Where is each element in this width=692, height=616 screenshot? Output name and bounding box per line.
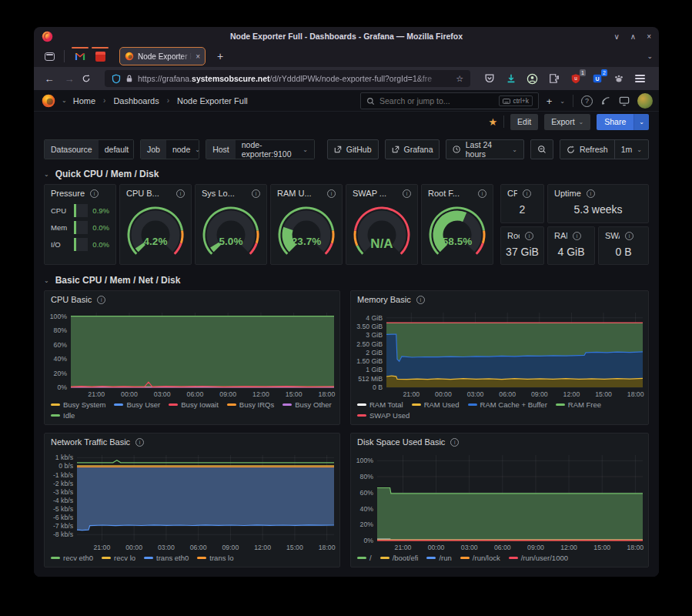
refresh-button[interactable]: Refresh xyxy=(560,140,614,159)
legend-item[interactable]: /boot/efi xyxy=(380,554,419,562)
add-button[interactable]: + xyxy=(547,95,553,107)
share-button[interactable]: Share ⌄ xyxy=(597,114,649,130)
legend-item[interactable]: recv lo xyxy=(102,554,135,562)
pocket-button[interactable] xyxy=(483,72,496,85)
bookmark-star-icon[interactable]: ☆ xyxy=(456,74,463,84)
active-tab[interactable]: Node Exporter Full - Dashbo × xyxy=(119,47,206,65)
firefox-view-button[interactable] xyxy=(40,48,59,65)
svg-text:60%: 60% xyxy=(54,341,68,349)
zoom-out-icon xyxy=(537,145,547,154)
monitor-icon[interactable] xyxy=(619,96,630,106)
pinned-tab-app[interactable] xyxy=(90,47,110,65)
share-menu-button[interactable]: ⌄ xyxy=(633,114,649,130)
legend-item[interactable]: Busy Iowait xyxy=(169,400,219,409)
info-icon[interactable]: i xyxy=(625,232,633,240)
legend-item[interactable]: Busy System xyxy=(51,400,105,409)
legend-item[interactable]: RAM Total xyxy=(357,400,403,409)
info-icon[interactable]: i xyxy=(327,189,336,198)
legend-item[interactable]: Busy Other xyxy=(282,400,332,409)
url-bar[interactable]: https://grafana.systemsobscure.net/d/rYd… xyxy=(105,70,470,87)
legend-item[interactable]: RAM Cache + Buffer xyxy=(468,400,547,409)
info-icon[interactable]: i xyxy=(90,189,99,198)
section-header-quick[interactable]: ⌄ Quick CPU / Mem / Disk xyxy=(44,164,649,184)
info-icon[interactable]: i xyxy=(176,189,185,198)
export-button[interactable]: Export⌄ xyxy=(544,114,590,130)
legend-item[interactable]: RAM Free xyxy=(556,400,601,409)
grafana-favicon xyxy=(125,52,134,61)
github-link-button[interactable]: GitHub xyxy=(327,139,379,159)
breadcrumb-dashboards[interactable]: Dashboards xyxy=(113,96,159,105)
search-box[interactable]: ctrl+k xyxy=(360,92,539,109)
tab-close-button[interactable]: × xyxy=(196,52,200,61)
svg-text:100%: 100% xyxy=(50,313,67,320)
reload-button[interactable] xyxy=(82,74,97,83)
host-select[interactable]: Host node-exporter:9100⌄ xyxy=(206,139,315,159)
legend-item[interactable]: RAM Used xyxy=(412,400,460,409)
info-icon[interactable]: i xyxy=(135,438,144,447)
legend-item[interactable]: /run xyxy=(426,554,451,562)
legend-item[interactable]: recv eth0 xyxy=(51,554,93,562)
legend-item[interactable]: Busy User xyxy=(114,400,160,409)
search-icon xyxy=(366,97,375,105)
pinned-tab-gmail[interactable] xyxy=(70,47,90,65)
tracking-shield-icon[interactable] xyxy=(112,74,121,84)
legend-item[interactable]: SWAP Used xyxy=(357,411,410,420)
edit-button[interactable]: Edit xyxy=(510,114,538,130)
info-icon[interactable]: i xyxy=(252,189,260,198)
legend-item[interactable]: Busy IRQs xyxy=(227,400,274,409)
keyboard-icon xyxy=(503,99,510,104)
panel-rootfs-total: RootFS Totali 37 GiB xyxy=(500,226,544,265)
window-minimize-button[interactable]: ∨ xyxy=(614,32,620,41)
svg-text:18:00: 18:00 xyxy=(319,544,336,551)
forward-button[interactable]: → xyxy=(62,73,77,85)
svg-text:15:00: 15:00 xyxy=(286,390,303,398)
info-icon[interactable]: i xyxy=(478,189,486,198)
legend-item[interactable]: /run/user/1000 xyxy=(509,554,568,562)
chevron-down-icon[interactable]: ⌄ xyxy=(62,97,67,104)
grafana-link-button[interactable]: Grafana xyxy=(385,139,440,159)
legend-item[interactable]: trans eth0 xyxy=(144,554,189,562)
favorite-star-button[interactable]: ★ xyxy=(488,116,497,128)
help-button[interactable]: ? xyxy=(581,95,593,107)
info-icon[interactable]: i xyxy=(97,296,105,304)
account-button[interactable] xyxy=(526,72,539,85)
gauge: 23.7% xyxy=(271,202,342,260)
info-icon[interactable]: i xyxy=(416,296,425,304)
misc-extension-button[interactable] xyxy=(612,72,625,85)
bitwarden-badge: 2 xyxy=(601,69,607,76)
legend-item[interactable]: trans lo xyxy=(197,554,233,562)
info-icon[interactable]: i xyxy=(525,232,533,240)
svg-text:0%: 0% xyxy=(363,537,373,544)
info-icon[interactable]: i xyxy=(573,232,581,240)
user-avatar[interactable] xyxy=(637,93,653,109)
menu-button[interactable] xyxy=(633,72,647,85)
ublock-extension-button[interactable]: u 1 xyxy=(569,72,582,85)
window-maximize-button[interactable]: ∧ xyxy=(630,32,636,41)
back-button[interactable]: ← xyxy=(42,73,57,85)
window-close-button[interactable]: × xyxy=(647,32,651,41)
section-header-basic[interactable]: ⌄ Basic CPU / Mem / Net / Disk xyxy=(44,270,649,290)
svg-text:03:00: 03:00 xyxy=(461,544,478,551)
info-icon[interactable]: i xyxy=(450,438,459,447)
bitwarden-extension-button[interactable]: U 2 xyxy=(590,72,603,85)
zoom-out-button[interactable] xyxy=(530,139,553,159)
chevron-down-icon[interactable]: ⌄ xyxy=(560,98,565,105)
legend-item[interactable]: / xyxy=(357,554,372,562)
grafana-logo[interactable] xyxy=(42,94,55,108)
refresh-interval-select[interactable]: 1m ⌄ xyxy=(614,140,648,159)
datasource-select[interactable]: Datasource default⌄ xyxy=(44,139,134,159)
downloads-button[interactable] xyxy=(504,72,517,85)
news-rss-icon[interactable] xyxy=(600,95,611,106)
search-input[interactable] xyxy=(379,96,494,105)
tab-overflow-button[interactable]: ⌄ xyxy=(647,52,653,60)
info-icon[interactable]: i xyxy=(523,189,531,198)
info-icon[interactable]: i xyxy=(587,189,595,198)
job-select[interactable]: Job node⌄ xyxy=(140,139,199,159)
time-range-picker[interactable]: Last 24 hours ⌄ xyxy=(446,139,523,159)
extensions-button[interactable] xyxy=(547,72,560,85)
legend-item[interactable]: Idle xyxy=(51,411,75,420)
breadcrumb-home[interactable]: Home xyxy=(73,96,95,105)
new-tab-button[interactable]: + xyxy=(212,50,229,62)
info-icon[interactable]: i xyxy=(403,189,411,198)
legend-item[interactable]: /run/lock xyxy=(460,554,500,562)
